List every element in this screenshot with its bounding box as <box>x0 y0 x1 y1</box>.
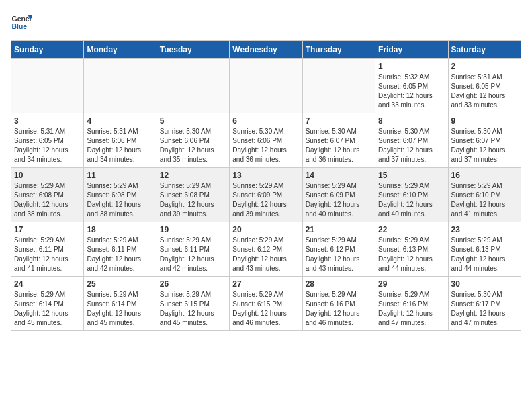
calendar-cell <box>11 59 84 113</box>
day-info: Sunrise: 5:29 AM Sunset: 6:14 PM Dayligh… <box>87 290 153 328</box>
logo-icon: General Blue <box>11 11 32 32</box>
weekday-header-friday: Friday <box>375 41 448 59</box>
calendar-cell: 26Sunrise: 5:29 AM Sunset: 6:15 PM Dayli… <box>157 277 229 331</box>
weekday-header-monday: Monday <box>84 41 157 59</box>
day-info: Sunrise: 5:30 AM Sunset: 6:07 PM Dayligh… <box>451 127 518 165</box>
day-info: Sunrise: 5:29 AM Sunset: 6:10 PM Dayligh… <box>378 181 445 219</box>
day-number: 3 <box>14 116 81 126</box>
day-number: 20 <box>232 225 299 234</box>
day-info: Sunrise: 5:29 AM Sunset: 6:08 PM Dayligh… <box>14 181 81 219</box>
day-info: Sunrise: 5:29 AM Sunset: 6:14 PM Dayligh… <box>14 290 81 328</box>
day-number: 12 <box>160 171 226 180</box>
calendar-week-3: 10Sunrise: 5:29 AM Sunset: 6:08 PM Dayli… <box>11 168 521 222</box>
calendar-cell <box>230 59 302 113</box>
day-number: 19 <box>160 225 226 234</box>
day-number: 27 <box>232 279 299 289</box>
calendar-cell: 6Sunrise: 5:30 AM Sunset: 6:06 PM Daylig… <box>230 113 302 168</box>
day-info: Sunrise: 5:29 AM Sunset: 6:11 PM Dayligh… <box>87 236 153 273</box>
day-info: Sunrise: 5:29 AM Sunset: 6:12 PM Dayligh… <box>306 236 372 273</box>
weekday-header-tuesday: Tuesday <box>157 41 229 59</box>
calendar-cell: 24Sunrise: 5:29 AM Sunset: 6:14 PM Dayli… <box>11 277 84 331</box>
calendar-cell: 10Sunrise: 5:29 AM Sunset: 6:08 PM Dayli… <box>11 168 84 222</box>
weekday-header-sunday: Sunday <box>11 41 84 59</box>
day-info: Sunrise: 5:29 AM Sunset: 6:10 PM Dayligh… <box>451 181 518 219</box>
calendar-cell: 14Sunrise: 5:29 AM Sunset: 6:09 PM Dayli… <box>302 168 375 222</box>
day-number: 14 <box>306 171 372 180</box>
calendar-cell <box>84 59 157 113</box>
day-number: 25 <box>87 279 153 289</box>
calendar-cell: 18Sunrise: 5:29 AM Sunset: 6:11 PM Dayli… <box>84 222 157 277</box>
day-number: 13 <box>232 171 299 180</box>
day-info: Sunrise: 5:29 AM Sunset: 6:12 PM Dayligh… <box>232 236 299 273</box>
weekday-header-row: SundayMondayTuesdayWednesdayThursdayFrid… <box>11 41 521 59</box>
day-number: 29 <box>378 279 445 289</box>
day-info: Sunrise: 5:29 AM Sunset: 6:13 PM Dayligh… <box>451 236 518 273</box>
day-number: 24 <box>14 279 81 289</box>
day-info: Sunrise: 5:31 AM Sunset: 6:05 PM Dayligh… <box>14 127 81 165</box>
day-number: 16 <box>451 171 518 180</box>
day-info: Sunrise: 5:29 AM Sunset: 6:16 PM Dayligh… <box>306 290 372 328</box>
day-info: Sunrise: 5:29 AM Sunset: 6:15 PM Dayligh… <box>232 290 299 328</box>
calendar-cell: 20Sunrise: 5:29 AM Sunset: 6:12 PM Dayli… <box>230 222 302 277</box>
day-number: 5 <box>160 116 226 126</box>
day-number: 11 <box>87 171 153 180</box>
day-number: 15 <box>378 171 445 180</box>
day-number: 18 <box>87 225 153 234</box>
day-info: Sunrise: 5:29 AM Sunset: 6:08 PM Dayligh… <box>87 181 153 219</box>
day-info: Sunrise: 5:31 AM Sunset: 6:05 PM Dayligh… <box>451 73 518 110</box>
calendar-cell <box>157 59 229 113</box>
svg-text:Blue: Blue <box>12 23 28 30</box>
calendar-body: 1Sunrise: 5:32 AM Sunset: 6:05 PM Daylig… <box>11 59 521 331</box>
calendar-cell: 3Sunrise: 5:31 AM Sunset: 6:05 PM Daylig… <box>11 113 84 168</box>
calendar-cell: 28Sunrise: 5:29 AM Sunset: 6:16 PM Dayli… <box>302 277 375 331</box>
day-number: 4 <box>87 116 153 126</box>
calendar-cell: 23Sunrise: 5:29 AM Sunset: 6:13 PM Dayli… <box>448 222 521 277</box>
calendar-cell: 12Sunrise: 5:29 AM Sunset: 6:08 PM Dayli… <box>157 168 229 222</box>
day-info: Sunrise: 5:29 AM Sunset: 6:08 PM Dayligh… <box>160 181 226 219</box>
day-info: Sunrise: 5:29 AM Sunset: 6:16 PM Dayligh… <box>378 290 445 328</box>
day-number: 26 <box>160 279 226 289</box>
calendar-cell: 19Sunrise: 5:29 AM Sunset: 6:11 PM Dayli… <box>157 222 229 277</box>
day-info: Sunrise: 5:30 AM Sunset: 6:07 PM Dayligh… <box>378 127 445 165</box>
calendar-cell: 5Sunrise: 5:30 AM Sunset: 6:06 PM Daylig… <box>157 113 229 168</box>
calendar-week-4: 17Sunrise: 5:29 AM Sunset: 6:11 PM Dayli… <box>11 222 521 277</box>
calendar-week-5: 24Sunrise: 5:29 AM Sunset: 6:14 PM Dayli… <box>11 277 521 331</box>
day-info: Sunrise: 5:29 AM Sunset: 6:11 PM Dayligh… <box>14 236 81 273</box>
calendar-week-2: 3Sunrise: 5:31 AM Sunset: 6:05 PM Daylig… <box>11 113 521 168</box>
day-number: 1 <box>378 62 445 71</box>
calendar-cell: 25Sunrise: 5:29 AM Sunset: 6:14 PM Dayli… <box>84 277 157 331</box>
day-number: 7 <box>306 116 372 126</box>
day-info: Sunrise: 5:29 AM Sunset: 6:09 PM Dayligh… <box>232 181 299 219</box>
calendar-cell: 4Sunrise: 5:31 AM Sunset: 6:06 PM Daylig… <box>84 113 157 168</box>
day-info: Sunrise: 5:30 AM Sunset: 6:06 PM Dayligh… <box>232 127 299 165</box>
calendar-cell <box>302 59 375 113</box>
calendar-cell: 29Sunrise: 5:29 AM Sunset: 6:16 PM Dayli… <box>375 277 448 331</box>
day-number: 21 <box>306 225 372 234</box>
day-info: Sunrise: 5:31 AM Sunset: 6:06 PM Dayligh… <box>87 127 153 165</box>
calendar-cell: 30Sunrise: 5:30 AM Sunset: 6:17 PM Dayli… <box>448 277 521 331</box>
calendar-cell: 21Sunrise: 5:29 AM Sunset: 6:12 PM Dayli… <box>302 222 375 277</box>
day-info: Sunrise: 5:29 AM Sunset: 6:13 PM Dayligh… <box>378 236 445 273</box>
calendar-cell: 16Sunrise: 5:29 AM Sunset: 6:10 PM Dayli… <box>448 168 521 222</box>
weekday-header-wednesday: Wednesday <box>230 41 302 59</box>
calendar-cell: 17Sunrise: 5:29 AM Sunset: 6:11 PM Dayli… <box>11 222 84 277</box>
weekday-header-saturday: Saturday <box>448 41 521 59</box>
calendar-cell: 13Sunrise: 5:29 AM Sunset: 6:09 PM Dayli… <box>230 168 302 222</box>
day-number: 10 <box>14 171 81 180</box>
day-info: Sunrise: 5:29 AM Sunset: 6:11 PM Dayligh… <box>160 236 226 273</box>
calendar-cell: 1Sunrise: 5:32 AM Sunset: 6:05 PM Daylig… <box>375 59 448 113</box>
day-info: Sunrise: 5:30 AM Sunset: 6:07 PM Dayligh… <box>306 127 372 165</box>
day-number: 9 <box>451 116 518 126</box>
day-number: 23 <box>451 225 518 234</box>
calendar-table: SundayMondayTuesdayWednesdayThursdayFrid… <box>11 40 521 331</box>
calendar-cell: 2Sunrise: 5:31 AM Sunset: 6:05 PM Daylig… <box>448 59 521 113</box>
calendar-cell: 27Sunrise: 5:29 AM Sunset: 6:15 PM Dayli… <box>230 277 302 331</box>
day-info: Sunrise: 5:30 AM Sunset: 6:17 PM Dayligh… <box>451 290 518 328</box>
day-number: 6 <box>232 116 299 126</box>
calendar-cell: 7Sunrise: 5:30 AM Sunset: 6:07 PM Daylig… <box>302 113 375 168</box>
calendar-cell: 15Sunrise: 5:29 AM Sunset: 6:10 PM Dayli… <box>375 168 448 222</box>
calendar-cell: 11Sunrise: 5:29 AM Sunset: 6:08 PM Dayli… <box>84 168 157 222</box>
day-number: 30 <box>451 279 518 289</box>
day-info: Sunrise: 5:30 AM Sunset: 6:06 PM Dayligh… <box>160 127 226 165</box>
day-number: 28 <box>306 279 372 289</box>
